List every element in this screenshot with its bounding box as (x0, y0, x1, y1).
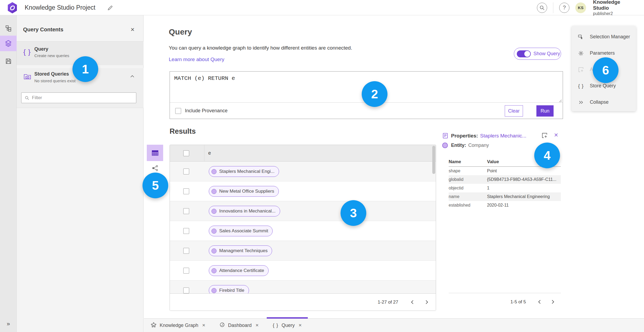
include-provenance-label: Include Provenance (185, 108, 228, 114)
property-row: globalid{5D9B4713-F98D-4A53-A59F-C11... (449, 175, 561, 184)
entity-dot-icon (211, 268, 217, 273)
rail-item-data-model[interactable] (0, 21, 17, 36)
annotation-circle-5: 5 (142, 173, 168, 198)
close-tab-icon[interactable]: ✕ (298, 323, 302, 328)
table-view-button[interactable] (147, 145, 163, 161)
tab-dashboard[interactable]: Dashboard✕ (213, 319, 266, 332)
table-row: Firebird Title (170, 281, 436, 293)
entity-name: Sales Associate Summit (219, 228, 268, 234)
entity-pill[interactable]: Sales Associate Summit (209, 226, 273, 236)
table-row: New Metal Office Suppliers (170, 181, 436, 201)
tab-query[interactable]: { }Query✕ (266, 319, 309, 332)
next-page-icon[interactable] (422, 298, 431, 307)
previous-page-icon[interactable] (408, 298, 417, 307)
toggle-switch[interactable] (517, 50, 531, 57)
property-value: Staplers Mechanical Engineering (487, 194, 560, 199)
name-column-header: Name (449, 159, 461, 165)
tool-item-collapse[interactable]: Collapse (572, 94, 636, 110)
select-all-checkbox[interactable] (183, 150, 189, 156)
app-logo-icon[interactable] (7, 2, 18, 14)
property-row: shapePoint (449, 167, 561, 175)
selection-manager-icon (577, 34, 584, 40)
property-value: 1 (487, 186, 560, 191)
tab-knowledge-graph[interactable]: Knowledge Graph✕ (144, 319, 213, 332)
user-avatar[interactable]: KS (575, 2, 586, 13)
entity-pill[interactable]: Attendance Certificate (209, 265, 269, 276)
entity-type: Company (468, 143, 489, 148)
column-header-e: e (208, 150, 211, 156)
clear-button[interactable]: Clear (505, 105, 523, 117)
entity-pill[interactable]: Managment Techniques (209, 245, 272, 256)
link-chart-view-button[interactable] (151, 164, 159, 172)
row-checkbox[interactable] (183, 188, 189, 194)
search-icon (25, 96, 29, 100)
annotation-circle-1: 1 (72, 56, 98, 82)
entity-name: Attendance Certificate (219, 268, 264, 273)
knowledge-graph-icon (151, 322, 156, 329)
entity-pill[interactable]: New Metal Office Suppliers (209, 186, 279, 197)
close-properties-icon[interactable]: ✕ (554, 132, 558, 138)
entity-name: New Metal Office Suppliers (219, 189, 274, 194)
row-checkbox[interactable] (183, 228, 189, 234)
annotation-circle-4: 4 (534, 143, 560, 168)
property-name: established (449, 203, 470, 208)
include-provenance-checkbox[interactable] (175, 108, 181, 114)
knowledge-studio-app: Knowledge Studio Project ? KS Knowledge … (0, 0, 644, 332)
collapse-section-icon[interactable] (130, 74, 134, 79)
panel-divider (17, 108, 144, 108)
expand-rail-icon[interactable]: » (0, 319, 17, 329)
row-checkbox[interactable] (183, 169, 189, 174)
entity-pill[interactable]: Innovations in Mechanical... (209, 206, 280, 217)
tool-item-selection-manager[interactable]: Selection Manager (572, 29, 636, 45)
entity-name: Managment Techniques (219, 248, 268, 253)
filter-input[interactable] (32, 95, 123, 100)
panel-close-icon[interactable]: ✕ (130, 27, 135, 33)
entity-pill[interactable]: Firebird Title (209, 285, 249, 293)
page-range-label: 1-5 of 5 (510, 299, 526, 305)
previous-page-icon[interactable] (535, 297, 544, 307)
rail-item-layers[interactable] (0, 36, 17, 51)
property-value: Point (487, 169, 560, 173)
help-button[interactable]: ? (559, 3, 569, 13)
entity-dot-icon (442, 143, 448, 148)
show-query-toggle[interactable]: Show Query (514, 48, 561, 60)
row-checkbox[interactable] (183, 268, 189, 274)
property-value: {5D9B4713-F98D-4A53-A59F-C11... (487, 177, 560, 182)
property-name: objectid (449, 186, 463, 191)
edit-title-icon[interactable] (106, 4, 114, 12)
entity-row: Entity: Company (442, 143, 489, 148)
add-to-selection-icon[interactable] (541, 132, 548, 140)
row-checkbox[interactable] (183, 208, 189, 214)
row-checkbox[interactable] (183, 288, 189, 293)
results-pagination: 1-27 of 27 (170, 293, 436, 311)
close-tab-icon[interactable]: ✕ (202, 323, 206, 328)
property-row: objectid1 (449, 184, 561, 192)
rail-item-save[interactable] (0, 53, 17, 69)
project-title: Knowledge Studio Project (25, 4, 95, 11)
search-button[interactable] (537, 3, 547, 13)
user-role: publisher2 (593, 11, 636, 16)
stored-queries-folder-icon (23, 73, 31, 81)
user-menu[interactable]: Knowledge Studio publisher2 (593, 0, 636, 16)
braces-icon: { } (23, 48, 31, 56)
run-button[interactable]: Run (536, 105, 554, 117)
next-page-icon[interactable] (548, 297, 557, 307)
properties-doc-icon (442, 133, 448, 139)
table-row: Attendance Certificate (170, 261, 436, 281)
value-column-header: Value (487, 159, 499, 165)
panel-title: Query Contents (23, 27, 63, 33)
learn-more-link[interactable]: Learn more about Query (169, 57, 224, 62)
entity-pill[interactable]: Staplers Mechanical Engi... (209, 166, 279, 177)
app-header: Knowledge Studio Project ? KS Knowledge … (0, 0, 644, 15)
filter-field[interactable] (21, 92, 136, 103)
entity-dot-icon (211, 209, 217, 214)
bottom-tab-bar: Knowledge Graph✕Dashboard✕{ }Query✕ (144, 318, 644, 332)
row-checkbox[interactable] (183, 248, 189, 254)
tab-label: Dashboard (228, 323, 252, 328)
vertical-scrollbar[interactable] (432, 146, 435, 174)
property-name: shape (449, 169, 460, 173)
close-tab-icon[interactable]: ✕ (255, 323, 259, 328)
annotation-circle-6: 6 (593, 57, 619, 83)
properties-entity-link[interactable]: Staplers Mechanic... (480, 133, 526, 139)
table-body: Staplers Mechanical Engi...New Metal Off… (170, 162, 436, 293)
